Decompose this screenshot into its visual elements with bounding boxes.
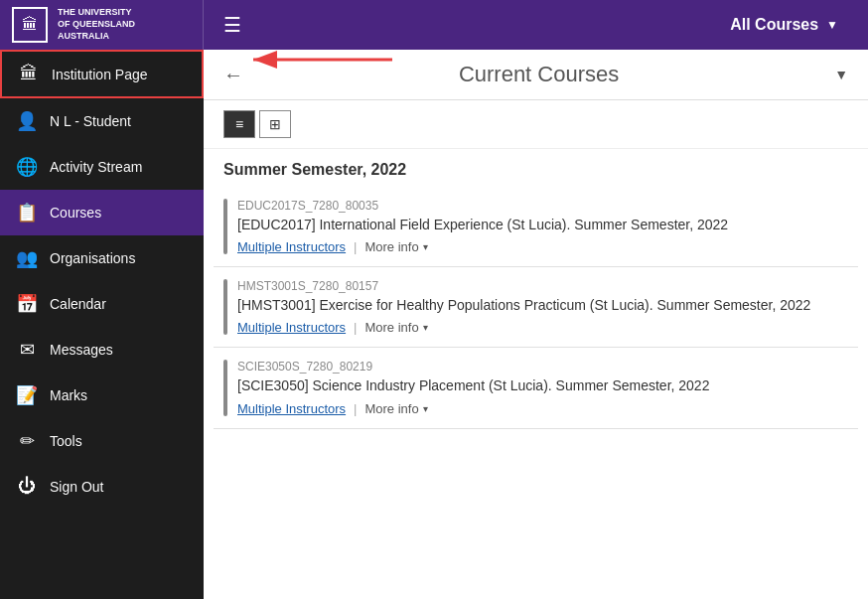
- course-details-1: EDUC2017S_7280_80035 [EDUC2017] Internat…: [237, 199, 848, 254]
- course-code-1: EDUC2017S_7280_80035: [237, 199, 848, 213]
- course-details-2: HMST3001S_7280_80157 [HMST3001] Exercise…: [237, 279, 848, 335]
- course-bar-1: [223, 199, 227, 254]
- content-area: ← Current Courses ▼ ≡ ⊞ Summer Semester,…: [204, 50, 868, 599]
- sidebar-item-courses[interactable]: 📋 Courses: [0, 190, 204, 235]
- separator-3: |: [354, 401, 357, 416]
- sidebar-item-sign-out[interactable]: ⏻ Sign Out: [0, 464, 204, 509]
- top-header: 🏛 The University of Queensland Australia…: [0, 0, 868, 50]
- instructors-link-1[interactable]: Multiple Instructors: [237, 239, 346, 254]
- semester-heading: Summer Semester, 2022: [204, 149, 868, 187]
- more-info-button-1[interactable]: More info ▾: [364, 239, 427, 254]
- course-item-3: SCIE3050S_7280_80219 [SCIE3050] Science …: [214, 348, 858, 428]
- more-info-arrow-3: ▾: [423, 403, 428, 414]
- sidebar-item-student[interactable]: 👤 N L - Student: [0, 98, 204, 144]
- sidebar-label-institution: Institution Page: [52, 67, 148, 82]
- list-view-button[interactable]: ≡: [223, 110, 255, 138]
- sidebar-item-calendar[interactable]: 📅 Calendar: [0, 281, 204, 327]
- sidebar-label-organisations: Organisations: [50, 250, 135, 266]
- sidebar-label-courses: Courses: [50, 205, 101, 221]
- sidebar-item-institution-page[interactable]: 🏛 Institution Page: [0, 50, 204, 98]
- course-code-2: HMST3001S_7280_80157: [237, 279, 848, 293]
- course-bar-3: [223, 360, 227, 415]
- institution-icon: 🏛: [18, 64, 40, 84]
- logo-section: 🏛 The University of Queensland Australia: [0, 0, 204, 50]
- sidebar-item-activity-stream[interactable]: 🌐 Activity Stream: [0, 144, 204, 190]
- course-footer-3: Multiple Instructors | More info ▾: [237, 401, 848, 416]
- sidebar-label-marks: Marks: [50, 387, 87, 403]
- student-icon: 👤: [16, 110, 38, 132]
- activity-stream-icon: 🌐: [16, 156, 38, 178]
- sidebar-label-calendar: Calendar: [50, 296, 106, 312]
- course-code-3: SCIE3050S_7280_80219: [237, 360, 848, 374]
- course-name-1[interactable]: [EDUC2017] International Field Experienc…: [237, 216, 848, 233]
- sidebar-label-tools: Tools: [50, 433, 82, 449]
- all-courses-label: All Courses: [730, 16, 818, 34]
- course-footer-2: Multiple Instructors | More info ▾: [237, 320, 848, 335]
- messages-icon: ✉: [16, 339, 38, 361]
- sidebar-label-activity: Activity Stream: [50, 159, 142, 175]
- course-item-1: EDUC2017S_7280_80035 [EDUC2017] Internat…: [214, 187, 858, 267]
- more-info-button-2[interactable]: More info ▾: [364, 320, 427, 335]
- sidebar-label-student: N L - Student: [50, 113, 131, 129]
- sidebar-item-organisations[interactable]: 👥 Organisations: [0, 235, 204, 281]
- instructors-link-3[interactable]: Multiple Instructors: [237, 401, 346, 416]
- sidebar: 🏛 Institution Page 👤 N L - Student 🌐 Act…: [0, 50, 204, 599]
- sidebar-item-tools[interactable]: ✏ Tools: [0, 418, 204, 464]
- hamburger-menu[interactable]: ☰: [204, 13, 261, 37]
- all-courses-dropdown[interactable]: All Courses ▼: [730, 16, 868, 34]
- grid-view-button[interactable]: ⊞: [259, 110, 291, 138]
- course-details-3: SCIE3050S_7280_80219 [SCIE3050] Science …: [237, 360, 848, 415]
- courses-icon: 📋: [16, 202, 38, 224]
- sidebar-item-messages[interactable]: ✉ Messages: [0, 327, 204, 373]
- content-header: ← Current Courses ▼: [204, 50, 868, 100]
- courses-list: EDUC2017S_7280_80035 [EDUC2017] Internat…: [204, 187, 868, 599]
- university-name: The University of Queensland Australia: [58, 7, 135, 42]
- course-item-2: HMST3001S_7280_80157 [HMST3001] Exercise…: [214, 267, 858, 348]
- course-name-2[interactable]: [HMST3001] Exercise for Healthy Populati…: [237, 296, 848, 314]
- separator-1: |: [354, 239, 357, 254]
- more-info-arrow-1: ▾: [423, 241, 428, 252]
- sidebar-label-messages: Messages: [50, 342, 113, 358]
- sidebar-label-sign-out: Sign Out: [50, 479, 103, 495]
- marks-icon: 📝: [16, 384, 38, 406]
- view-toggles: ≡ ⊞: [204, 100, 868, 149]
- organisations-icon: 👥: [16, 247, 38, 269]
- more-info-button-3[interactable]: More info ▾: [364, 401, 427, 416]
- course-footer-1: Multiple Instructors | More info ▾: [237, 239, 848, 254]
- tools-icon: ✏: [16, 430, 38, 452]
- calendar-icon: 📅: [16, 293, 38, 315]
- content-title: Current Courses: [263, 62, 814, 87]
- back-button[interactable]: ←: [223, 64, 243, 86]
- separator-2: |: [354, 320, 357, 335]
- main-area: 🏛 Institution Page 👤 N L - Student 🌐 Act…: [0, 50, 868, 599]
- courses-dropdown-arrow: ▼: [826, 18, 838, 32]
- university-logo: 🏛: [12, 7, 48, 43]
- course-bar-2: [223, 279, 227, 335]
- more-info-arrow-2: ▾: [423, 322, 428, 333]
- instructors-link-2[interactable]: Multiple Instructors: [237, 320, 346, 335]
- sidebar-item-marks[interactable]: 📝 Marks: [0, 373, 204, 418]
- sign-out-icon: ⏻: [16, 476, 38, 497]
- content-dropdown-arrow[interactable]: ▼: [834, 67, 848, 82]
- course-name-3[interactable]: [SCIE3050] Science Industry Placement (S…: [237, 376, 848, 394]
